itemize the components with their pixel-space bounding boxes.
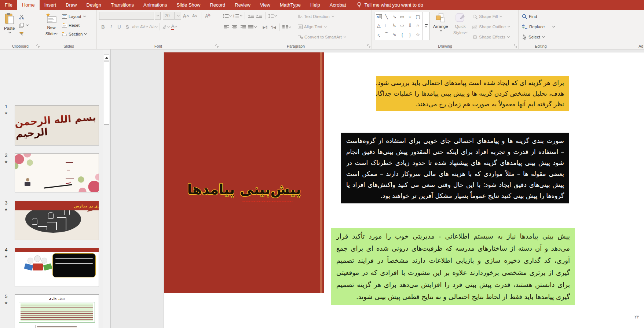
decrease-indent-button[interactable]: [247, 12, 255, 20]
paragraph-dialog-launcher[interactable]: [367, 44, 371, 48]
font-size-dropdown[interactable]: [175, 12, 181, 20]
columns-button[interactable]: [282, 23, 292, 31]
tab-insert[interactable]: Insert: [40, 0, 61, 10]
drawing-dialog-launcher[interactable]: [514, 44, 517, 48]
find-button[interactable]: Find: [521, 12, 556, 21]
shape-freeform-icon[interactable]: ⌂: [416, 23, 419, 28]
shape-elbow-arrow-icon[interactable]: ↳: [392, 23, 396, 28]
tab-review[interactable]: Review: [230, 0, 255, 10]
format-painter-button[interactable]: [18, 30, 29, 38]
align-center-button[interactable]: [231, 23, 239, 31]
shape-left-brace-icon[interactable]: {: [401, 32, 403, 37]
red-side-banner[interactable]: [164, 52, 324, 293]
strikethrough-button[interactable]: abc: [131, 23, 139, 31]
align-right-button[interactable]: [239, 23, 247, 31]
decrease-font-size-button[interactable]: A˅: [191, 12, 199, 20]
black-textbox[interactable]: صورت بندی گزینه ها و پیامدهای احتمالی جا…: [341, 133, 569, 203]
font-dialog-launcher[interactable]: [215, 44, 219, 48]
numbering-button[interactable]: 123: [233, 12, 243, 20]
shape-right-brace-icon[interactable]: }: [409, 32, 411, 37]
clipboard-dialog-launcher[interactable]: [36, 44, 40, 48]
quick-styles-button[interactable]: Quick Styles: [451, 12, 469, 37]
shape-scribble-icon[interactable]: ς: [378, 32, 380, 37]
clear-formatting-button[interactable]: A: [204, 12, 212, 20]
tab-record[interactable]: Record: [205, 0, 230, 10]
text-shadow-button[interactable]: S: [123, 23, 131, 31]
increase-font-size-button[interactable]: A˄: [182, 12, 190, 20]
tab-design[interactable]: Design: [82, 0, 106, 10]
tab-transitions[interactable]: Transitions: [106, 0, 139, 10]
bullets-button[interactable]: [222, 12, 232, 20]
arrange-button[interactable]: Arrange: [431, 12, 450, 33]
new-slide-button[interactable]: New Slide: [43, 12, 59, 38]
yellow-textbox[interactable]: برای هر گزینه ای که ایجاد شده است پیامده…: [376, 76, 569, 111]
thumbnail-scrollbar[interactable]: [103, 49, 110, 328]
tab-mathtype[interactable]: MathType: [275, 0, 305, 10]
right-to-left-button[interactable]: ¶◀: [270, 23, 278, 31]
slide-5-thumbnail[interactable]: پیش نظری: [15, 294, 99, 328]
justify-button[interactable]: [248, 23, 257, 31]
tab-animations[interactable]: Animations: [139, 0, 172, 10]
align-text-button[interactable]: Align Text: [297, 23, 347, 31]
select-button[interactable]: Select: [521, 33, 556, 41]
shape-rounded-rectangle-icon[interactable]: ▢: [416, 14, 420, 19]
bold-button[interactable]: B: [99, 23, 107, 31]
shape-triangle-icon[interactable]: △: [377, 23, 381, 28]
tab-file[interactable]: File: [0, 0, 17, 10]
paste-button[interactable]: Paste: [2, 12, 17, 35]
tab-slide-show[interactable]: Slide Show: [172, 0, 205, 10]
tab-acrobat[interactable]: Acrobat: [325, 0, 351, 10]
shape-elbow-icon[interactable]: ∟: [384, 23, 389, 28]
slide-3-thumbnail[interactable]: تصمیم‌گیری در مدارس: [15, 201, 99, 240]
font-name-combobox[interactable]: [99, 12, 154, 20]
slide-2-thumbnail[interactable]: [15, 153, 99, 192]
slide-1-thumbnail[interactable]: بسم الله الرحمن الرحيم: [15, 105, 99, 145]
italic-button[interactable]: I: [107, 23, 115, 31]
scrollbar-thumb[interactable]: [104, 62, 109, 125]
shape-curve-icon[interactable]: ∿: [392, 32, 396, 37]
left-to-right-button[interactable]: ▶¶: [261, 23, 269, 31]
copy-button[interactable]: [18, 21, 29, 29]
increase-indent-button[interactable]: [255, 12, 263, 20]
layout-button[interactable]: Layout: [61, 12, 88, 21]
shape-right-arrow-icon[interactable]: ⇨: [400, 23, 404, 28]
tell-me-box[interactable]: Tell me what you want to do: [357, 0, 423, 10]
replace-button[interactable]: abac Replace: [521, 23, 556, 31]
shape-effects-button[interactable]: Shape Effects: [471, 33, 511, 41]
section-button[interactable]: Section: [61, 30, 88, 38]
font-color-button[interactable]: A: [170, 23, 178, 31]
tab-help[interactable]: Help: [305, 0, 325, 10]
shape-fill-button[interactable]: Shape Fill: [471, 12, 511, 21]
shape-arrow-line-icon[interactable]: ↘: [392, 14, 396, 19]
convert-to-smartart-button[interactable]: Convert to SmartArt: [297, 33, 347, 41]
character-spacing-button[interactable]: AV: [139, 23, 149, 31]
shape-oval-icon[interactable]: ○: [409, 14, 411, 19]
font-name-dropdown[interactable]: [155, 12, 161, 20]
highlight-color-button[interactable]: [161, 23, 170, 31]
shapes-gallery[interactable]: A ╲ ↘ ▭ ○ ▢ △ ∟ ↳ ⇨ ⇩ ⌂ ς ⌒ ∿ {: [374, 12, 430, 40]
slide-title[interactable]: پیش‌بینی پیامدها: [164, 181, 324, 198]
shape-arc-icon[interactable]: ⌒: [384, 32, 389, 38]
shape-rectangle-icon[interactable]: ▭: [400, 14, 405, 19]
shape-line-icon[interactable]: ╲: [385, 14, 388, 19]
line-spacing-button[interactable]: [267, 12, 277, 20]
change-case-button[interactable]: Aa: [149, 23, 158, 31]
scrollbar-up-arrow[interactable]: [104, 54, 109, 61]
slide-canvas[interactable]: پیش‌بینی پیامدها برای هر گزینه ای که ایج…: [164, 52, 644, 328]
tab-home[interactable]: Home: [17, 0, 40, 10]
shape-outline-button[interactable]: Shape Outline: [471, 23, 511, 31]
shape-star-icon[interactable]: ☆: [416, 32, 420, 37]
font-size-combobox[interactable]: 20: [163, 12, 175, 20]
shape-down-arrow-icon[interactable]: ⇩: [408, 23, 412, 28]
green-textbox[interactable]: پیش بینی پیامدها نیاز به سیستم اطلاعاتی …: [331, 228, 575, 305]
cut-button[interactable]: [18, 12, 29, 21]
tab-draw[interactable]: Draw: [61, 0, 81, 10]
slide-4-thumbnail[interactable]: [15, 248, 99, 287]
tab-view[interactable]: View: [255, 0, 275, 10]
underline-button[interactable]: U: [115, 23, 123, 31]
align-left-button[interactable]: [222, 23, 230, 31]
reset-button[interactable]: Reset: [61, 21, 88, 29]
text-box-icon[interactable]: A: [376, 14, 382, 19]
text-direction-button[interactable]: A Text Direction: [297, 12, 347, 21]
shapes-gallery-more-button[interactable]: [422, 12, 429, 40]
